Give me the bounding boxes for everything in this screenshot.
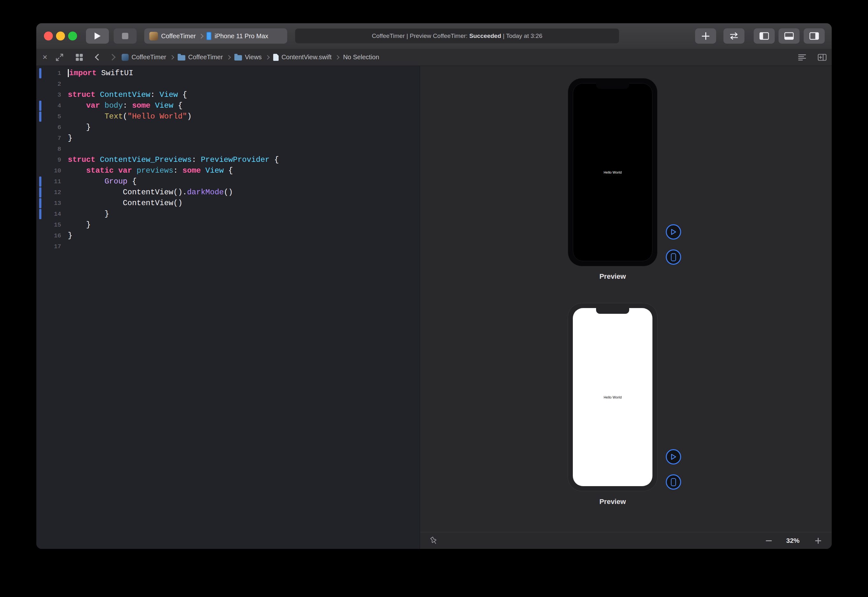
preview-label: Preview (568, 272, 658, 281)
focus-arrows-icon (55, 53, 64, 61)
chevron-right-icon (170, 55, 174, 59)
go-back-button[interactable] (94, 49, 102, 65)
toggle-inspector-button[interactable] (804, 28, 825, 44)
device-notch (596, 83, 629, 89)
desktop: { "toolbar": { "scheme": { "project": "C… (0, 0, 868, 597)
code-text: Text("Hello World") (68, 111, 192, 122)
code-line[interactable]: 8 (36, 144, 420, 154)
code-editor[interactable]: 1import SwiftUI23struct ContentView: Vie… (36, 66, 420, 549)
editor-options-icon (798, 54, 806, 61)
code-text: struct ContentView_Previews: PreviewProv… (68, 154, 279, 165)
add-editor-button[interactable] (818, 54, 827, 61)
panel-bottom-icon (784, 32, 794, 40)
code-text: } (68, 122, 91, 133)
minimize-window-button[interactable] (56, 31, 65, 40)
code-text: Group { (68, 176, 136, 187)
code-line[interactable]: 14 } (36, 209, 420, 220)
code-text: } (68, 220, 91, 230)
go-forward-button[interactable] (108, 49, 116, 65)
library-button[interactable] (695, 28, 716, 44)
play-circle-icon (671, 229, 676, 235)
preview-screen-text: Hello World (604, 171, 622, 174)
preview-device-light[interactable]: Hello World (568, 303, 658, 491)
breadcrumb-label: CoffeeTimer (188, 53, 223, 61)
preview-device-dark[interactable]: Hello World (568, 78, 658, 266)
breadcrumb-label: ContentView.swift (281, 53, 332, 61)
breadcrumb-item[interactable]: CoffeeTimer (121, 53, 166, 61)
run-button[interactable] (86, 28, 109, 44)
breadcrumb-item[interactable]: No Selection (343, 53, 379, 61)
zoom-in-button[interactable] (813, 536, 823, 546)
line-number: 2 (36, 79, 61, 89)
line-number: 3 (36, 89, 61, 100)
breadcrumb-item[interactable]: CoffeeTimer (178, 53, 223, 61)
app-icon (121, 54, 129, 61)
breadcrumb-item[interactable]: ContentView.swift (273, 53, 332, 61)
chevron-right-icon (265, 55, 270, 59)
code-line[interactable]: 6 } (36, 122, 420, 133)
stop-button[interactable] (114, 28, 136, 44)
chevron-right-icon (199, 33, 204, 39)
code-line[interactable]: 3struct ContentView: View { (36, 89, 420, 100)
preview-on-device-button-light[interactable] (666, 474, 681, 490)
zoom-level[interactable]: 32% (781, 537, 804, 544)
traffic-lights (44, 31, 77, 40)
chevron-right-icon (335, 55, 339, 59)
breadcrumb-label: No Selection (343, 53, 379, 61)
toggle-debug-area-button[interactable] (779, 28, 800, 44)
panel-left-icon (760, 32, 769, 40)
device-circle-icon (671, 253, 676, 261)
code-line[interactable]: 5 Text("Hello World") (36, 111, 420, 122)
scheme-target[interactable]: CoffeeTimer (149, 32, 196, 40)
code-text: struct ContentView: View { (68, 89, 187, 100)
breadcrumb: CoffeeTimerCoffeeTimerViewsContentView.s… (121, 49, 379, 65)
iphone-icon (206, 32, 212, 40)
activity-status-view: CoffeeTimer | Preview CoffeeTimer: Succe… (295, 28, 619, 44)
editor-options-button[interactable] (798, 54, 806, 61)
code-text: import SwiftUI (68, 68, 133, 79)
live-preview-button-dark[interactable] (666, 224, 681, 239)
line-number: 7 (36, 133, 61, 144)
close-editor-button[interactable]: × (41, 49, 49, 65)
status-text-suffix: | Today at 3:26 (501, 33, 542, 40)
code-line[interactable]: 7} (36, 133, 420, 144)
code-text: } (68, 230, 72, 241)
code-line[interactable]: 2 (36, 79, 420, 89)
code-line[interactable]: 1import SwiftUI (36, 68, 420, 79)
zoom-out-button[interactable] (764, 536, 774, 546)
preview-label: Preview (568, 497, 658, 506)
code-line[interactable]: 17 (36, 241, 420, 252)
toggle-navigator-button[interactable] (754, 28, 775, 44)
code-line[interactable]: 15 } (36, 220, 420, 230)
line-number: 9 (36, 154, 61, 165)
code-line[interactable]: 4 var body: some View { (36, 100, 420, 111)
related-items-grid-icon (76, 53, 83, 61)
code-line[interactable]: 13 ContentView() (36, 198, 420, 209)
preview-on-device-button-dark[interactable] (666, 249, 681, 265)
code-line[interactable]: 10 static var previews: some View { (36, 165, 420, 176)
code-line[interactable]: 12 ContentView().darkMode() (36, 187, 420, 198)
code-line[interactable]: 16} (36, 230, 420, 241)
toolbar: CoffeeTimer iPhone 11 Pro Max CoffeeTime… (36, 23, 832, 49)
scheme-destination[interactable]: iPhone 11 Pro Max (206, 32, 268, 40)
breadcrumb-label: CoffeeTimer (132, 53, 166, 61)
line-number: 6 (36, 122, 61, 133)
live-preview-button-light[interactable] (666, 449, 681, 465)
scheme-selector: CoffeeTimer iPhone 11 Pro Max (144, 28, 287, 44)
line-number: 12 (36, 187, 61, 198)
related-items-button[interactable] (74, 49, 84, 65)
close-window-button[interactable] (44, 31, 53, 40)
status-text-result: Succeeded (470, 33, 501, 40)
code-line[interactable]: 9struct ContentView_Previews: PreviewPro… (36, 154, 420, 165)
status-text-prefix: CoffeeTimer | Preview CoffeeTimer: (372, 33, 470, 40)
editor-swap-button[interactable] (723, 28, 745, 44)
add-editor-icon (818, 54, 827, 61)
line-number: 14 (36, 209, 61, 220)
focus-editor-button[interactable] (55, 49, 64, 65)
code-line[interactable]: 11 Group { (36, 176, 420, 187)
line-number: 13 (36, 198, 61, 209)
pin-preview-button[interactable] (428, 535, 440, 547)
zoom-window-button[interactable] (68, 31, 77, 40)
breadcrumb-item[interactable]: Views (234, 53, 262, 61)
preview-screen-light: Hello World (573, 308, 652, 486)
